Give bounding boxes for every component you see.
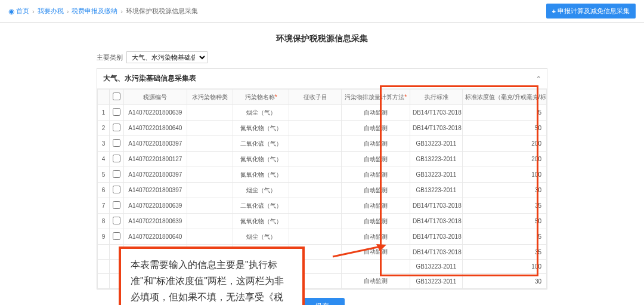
breadcrumb-sep: › (32, 8, 35, 15)
cell-value: 100 (463, 167, 547, 183)
table-row: 8A140702201800639氮氧化物（气）自动监测DB14/T1703-2… (98, 214, 547, 229)
cell-index (98, 274, 110, 289)
cell-standard: DB14/T1703-2018 (410, 198, 462, 214)
cell-name: 烟尘（气） (233, 105, 289, 121)
cell-standard: GB13223-2011 (410, 136, 462, 152)
cell-code: A140702201800639 (124, 105, 187, 121)
breadcrumb-sep: › (67, 8, 69, 15)
svg-line-0 (333, 247, 380, 257)
row-checkbox[interactable] (113, 217, 120, 224)
row-checkbox[interactable] (113, 232, 120, 240)
cell-index: 3 (98, 136, 110, 152)
cell-standard: DB14/T1703-2018 (410, 121, 462, 136)
cell-value: 200 (463, 136, 547, 152)
cell-type (187, 167, 233, 183)
cell-value: 5 (463, 229, 547, 245)
cell-standard: DB14/T1703-2018 (410, 214, 462, 229)
cell-name: 二氧化硫（气） (233, 198, 289, 214)
cell-sub (289, 121, 342, 136)
data-panel: 大气、水污染基础信息采集表 ⌃ 税源编号 水污染物种类 污染物名称* 征收子目 … (97, 68, 547, 289)
arrow-icon (330, 242, 389, 260)
cell-checkbox (109, 152, 123, 167)
cell-checkbox (109, 167, 123, 183)
annotation-text: 本表需要输入的信息主要是"执行标准"和"标准浓度值"两栏，这两栏为非必填项，但如… (131, 257, 293, 305)
breadcrumb: ◉ 首页 › 我要办税 › 税费申报及缴纳 › 环境保护税税源信息采集 (8, 7, 198, 16)
cell-method: 自动监测 (342, 183, 410, 198)
cell-standard: GB13223-2011 (410, 183, 462, 198)
cell-index (98, 260, 110, 274)
cell-value: 35 (463, 198, 547, 214)
row-checkbox[interactable] (113, 139, 120, 147)
page-title: 环境保护税税源信息采集 (0, 23, 644, 49)
cell-sub (289, 152, 342, 167)
collapse-icon[interactable]: ⌃ (536, 75, 541, 82)
col-standard: 执行标准 (410, 90, 462, 105)
annotation-box: 本表需要输入的信息主要是"执行标准"和"标准浓度值"两栏，这两栏为非必填项，但如… (119, 247, 305, 305)
cell-type (187, 121, 233, 136)
cell-name: 氮氧化物（气） (233, 214, 289, 229)
table-row: 7A140702201800639二氧化硫（气）自动监测DB14/T1703-2… (98, 198, 547, 214)
row-checkbox[interactable] (113, 201, 120, 209)
plus-icon: + (552, 8, 556, 15)
cell-standard: GB13223-2011 (410, 260, 462, 274)
col-pollutant-name: 污染物名称* (233, 90, 289, 105)
cell-type (187, 214, 233, 229)
cell-method: 自动监测 (342, 167, 410, 183)
category-select[interactable]: 大气、水污染物基础信息采集表 (126, 51, 208, 63)
cell-name: 烟尘（气） (233, 183, 289, 198)
cell-standard: DB14/T1703-2018 (410, 229, 462, 245)
row-checkbox[interactable] (113, 170, 120, 178)
col-concentration: 标准浓度值（毫克/升或毫克/标立方米） (463, 90, 547, 105)
cell-code: A140702201800640 (124, 229, 187, 245)
cell-sub (289, 105, 342, 121)
table-row: 5A140702201800397氮氧化物（气）自动监测GB13223-2011… (98, 167, 547, 183)
cell-code: A140702201800639 (124, 198, 187, 214)
save-button[interactable]: 保存 (299, 298, 345, 305)
row-checkbox[interactable] (113, 155, 120, 162)
cell-index: 4 (98, 152, 110, 167)
row-checkbox[interactable] (113, 186, 120, 193)
cell-method: 自动监测 (342, 105, 410, 121)
col-index (98, 90, 110, 105)
cell-value: 30 (463, 183, 547, 198)
declare-calc-button[interactable]: + 申报计算及减免信息采集 (546, 4, 636, 19)
row-checkbox[interactable] (113, 124, 120, 131)
select-all-checkbox[interactable] (113, 93, 120, 100)
cell-sub (289, 183, 342, 198)
cell-standard: DB14/T1703-2018 (410, 245, 462, 260)
breadcrumb-home[interactable]: 首页 (16, 7, 29, 16)
table-row: 3A140702201800397二氧化硫（气）自动监测GB13223-2011… (98, 136, 547, 152)
cell-code: A140702201800397 (124, 136, 187, 152)
col-pollutant-type: 水污染物种类 (187, 90, 233, 105)
col-checkbox (109, 90, 123, 105)
cell-checkbox (109, 198, 123, 214)
cell-index: 9 (98, 229, 110, 245)
cell-value: 100 (463, 260, 547, 274)
breadcrumb-sep: › (120, 8, 123, 15)
breadcrumb-item2[interactable]: 税费申报及缴纳 (72, 7, 117, 16)
cell-name: 氮氧化物（气） (233, 167, 289, 183)
breadcrumb-item1[interactable]: 我要办税 (38, 7, 64, 16)
col-taxsource-code: 税源编号 (124, 90, 187, 105)
cell-index: 6 (98, 183, 110, 198)
row-checkbox[interactable] (113, 108, 120, 116)
cell-checkbox (109, 183, 123, 198)
table-row: 2A140702201800640氮氧化物（气）自动监测DB14/T1703-2… (98, 121, 547, 136)
cell-name: 氮氧化物（气） (233, 152, 289, 167)
cell-index: 7 (98, 198, 110, 214)
cell-value: 30 (463, 274, 547, 289)
cell-value: 50 (463, 121, 547, 136)
cell-value: 35 (463, 245, 547, 260)
cell-type (187, 183, 233, 198)
cell-type (187, 229, 233, 245)
cell-sub (289, 136, 342, 152)
breadcrumb-current: 环境保护税税源信息采集 (126, 7, 198, 16)
cell-standard: DB14/T1703-2018 (410, 105, 462, 121)
cell-code: A140702201800640 (124, 121, 187, 136)
cell-type (187, 105, 233, 121)
cell-index: 8 (98, 214, 110, 229)
table-row: 1A140702201800639烟尘（气）自动监测DB14/T1703-201… (98, 105, 547, 121)
cell-name: 二氧化硫（气） (233, 136, 289, 152)
cell-index (98, 245, 110, 260)
cell-name: 氮氧化物（气） (233, 121, 289, 136)
